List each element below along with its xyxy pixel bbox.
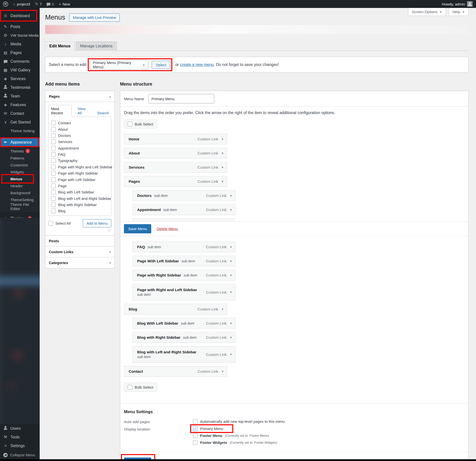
checkbox[interactable] — [51, 196, 56, 201]
sidebar-item-dashboard[interactable]: ⊙ Dashboard — [0, 11, 40, 20]
checkbox[interactable] — [51, 121, 56, 125]
menu-item-row[interactable]: Appointmentsub item Custom Link▼ — [132, 204, 236, 215]
chevron-down-icon[interactable]: ▼ — [221, 138, 224, 141]
tab-manage-locations[interactable]: Manage Locations — [76, 41, 117, 51]
checkbox[interactable] — [51, 171, 56, 176]
sidebar-item-settings[interactable]: ≡ Settings — [0, 441, 40, 450]
screen-options-button[interactable]: Screen Options ▼ — [408, 8, 446, 16]
delete-menu-link-middle[interactable]: Delete Menu — [157, 227, 178, 231]
sidebar-item-themesetting[interactable]: ThemeSetting — [0, 196, 40, 203]
menu-name-input[interactable] — [148, 94, 214, 103]
howdy-text[interactable]: Howdy, admin — [442, 2, 465, 6]
sidebar-item-theme-file-editor[interactable]: Theme File Editor — [0, 203, 40, 210]
bulk-select-checkbox[interactable] — [128, 122, 132, 126]
sidebar-item-services[interactable]: ◈ Services — [0, 74, 40, 83]
new-content-link[interactable]: + New — [59, 2, 70, 6]
sidebar-item-vw-gallery[interactable]: ▦ VW Gallery — [0, 66, 40, 74]
updates-link[interactable]: ↻ 7 — [35, 2, 42, 6]
bulk-select-toggle-bottom[interactable]: Bulk Select — [124, 383, 157, 392]
chevron-down-icon[interactable]: ▼ — [221, 308, 224, 311]
menu-item-row[interactable]: Pages Custom Link▼ — [124, 176, 227, 187]
checkbox[interactable] — [51, 209, 56, 213]
sidebar-item-tools[interactable]: ⚒ Tools — [0, 433, 40, 441]
auto-add-checkbox[interactable] — [193, 419, 198, 424]
custom-links-accordion-header[interactable]: Custom Links ▾ — [45, 246, 114, 257]
sidebar-item-comments[interactable]: Comments — [0, 57, 40, 66]
footer-widgets-checkbox[interactable] — [193, 440, 198, 445]
sidebar-item-get-started[interactable]: ∨ Get Started — [0, 118, 40, 126]
checkbox[interactable] — [51, 190, 56, 194]
menu-item-row[interactable]: Home Custom Link▼ — [124, 134, 227, 144]
tab-edit-menus[interactable]: Edit Menus — [45, 41, 75, 51]
posts-accordion-header[interactable]: Posts — [45, 236, 114, 246]
menu-item-row[interactable]: Blog Custom Link▼ — [124, 304, 227, 314]
checkbox[interactable] — [51, 177, 56, 182]
menu-item-row[interactable]: Contact Custom Link▼ — [124, 366, 227, 377]
add-to-menu-button[interactable]: Add to Menu — [83, 219, 111, 227]
menu-item-row[interactable]: Page with Right Sidebarsub item Custom L… — [132, 270, 236, 280]
sidebar-item-themes[interactable]: Themes 1 — [0, 148, 40, 154]
menu-item-row[interactable]: FAQsub item Custom Link▼ — [132, 242, 236, 252]
sidebar-item-features[interactable]: ◈ Features — [0, 100, 40, 109]
chevron-down-icon[interactable]: ▼ — [230, 353, 232, 356]
sidebar-item-pages[interactable]: ▤ Pages — [0, 48, 40, 57]
resize-grip[interactable] — [107, 229, 111, 232]
checkbox[interactable] — [51, 127, 56, 132]
pages-accordion-header[interactable]: Pages ▴ — [45, 91, 114, 102]
sidebar-item-team[interactable]: Team — [0, 92, 40, 100]
manage-live-preview-button[interactable]: Manage with Live Preview — [69, 13, 120, 22]
sidebar-item-background[interactable]: Background — [0, 189, 40, 196]
checkbox[interactable] — [51, 202, 56, 207]
sidebar-item-users[interactable]: Users — [0, 424, 40, 433]
chevron-down-icon[interactable]: ▼ — [221, 370, 224, 373]
menu-item-row[interactable]: About Custom Link▼ — [124, 148, 227, 158]
footer-menu-checkbox[interactable] — [193, 433, 198, 438]
chevron-down-icon[interactable]: ▼ — [230, 208, 232, 211]
chevron-down-icon[interactable]: ▼ — [230, 322, 232, 325]
avatar[interactable] — [467, 1, 473, 7]
categories-accordion-header[interactable]: Categories ▾ — [45, 257, 114, 268]
save-menu-button-middle[interactable]: Save Menu — [124, 224, 151, 233]
chevron-down-icon[interactable]: ▼ — [230, 260, 232, 263]
sidebar-item-widgets[interactable]: Widgets — [0, 168, 40, 175]
sidebar-item-contact[interactable]: ✉ Contact — [0, 109, 40, 118]
checkbox[interactable] — [51, 152, 56, 157]
site-name-link[interactable]: ⌂ project3 — [13, 2, 30, 6]
menu-item-row[interactable]: Blog with Right Sidebarsub item Custom L… — [132, 332, 236, 343]
chevron-down-icon[interactable]: ▼ — [221, 180, 224, 183]
sidebar-item-posts[interactable]: ✎ Posts — [0, 22, 40, 31]
tab-most-recent[interactable]: Most Recent — [48, 105, 72, 117]
create-new-menu-link[interactable]: create a new menu — [180, 62, 214, 67]
checkbox[interactable] — [51, 165, 56, 169]
chevron-down-icon[interactable]: ▼ — [230, 336, 232, 339]
sidebar-item-theme-setting[interactable]: Theme Setting — [0, 126, 40, 135]
help-button[interactable]: Help ▼ — [449, 8, 469, 16]
checkbox[interactable] — [51, 158, 56, 163]
checkbox[interactable] — [51, 146, 56, 151]
tab-search[interactable]: Search — [94, 109, 111, 117]
collapse-menu-button[interactable]: ◀ Collapse Menu — [0, 451, 40, 459]
sidebar-item-testimonial[interactable]: Testimonial — [0, 83, 40, 92]
primary-menu-checkbox[interactable]: ✓ — [193, 426, 198, 431]
sidebar-item-appearance[interactable]: ✒ Appearance — [0, 138, 40, 147]
wordpress-logo-icon[interactable]: W — [3, 1, 8, 7]
menu-item-row[interactable]: Blog With Left Sidebarsub item Custom Li… — [132, 318, 236, 329]
comments-link[interactable]: 0 — [47, 2, 54, 6]
sidebar-item-patterns[interactable]: Patterns — [0, 154, 40, 161]
select-all-checkbox[interactable] — [48, 221, 53, 226]
sidebar-item-media[interactable]: ♪ Media — [0, 40, 40, 48]
sidebar-item-menus[interactable]: Menus — [0, 175, 40, 182]
bulk-select-toggle-top[interactable]: Bulk Select — [124, 120, 157, 129]
sidebar-item-vw-social-media[interactable]: ⚙ VW Social Media — [0, 31, 40, 40]
menu-item-row[interactable]: Services Custom Link▼ — [124, 162, 227, 173]
chevron-down-icon[interactable]: ▼ — [221, 166, 224, 169]
sidebar-item-header[interactable]: Header — [0, 182, 40, 189]
chevron-down-icon[interactable]: ▼ — [230, 291, 232, 294]
menu-select-dropdown[interactable]: Primary Menu (Primary Menu) ∨ — [90, 60, 148, 69]
menu-item-row[interactable]: Page With Left Sidebarsub item Custom Li… — [132, 256, 236, 266]
checkbox[interactable] — [51, 133, 56, 138]
chevron-down-icon[interactable]: ▼ — [230, 194, 232, 197]
menu-item-row[interactable]: Blog with Left and Right Sidebarsub item… — [132, 346, 236, 363]
menu-item-row[interactable]: Page with Right and Left Sidebarsub item… — [132, 284, 236, 300]
checkbox[interactable] — [51, 184, 56, 188]
